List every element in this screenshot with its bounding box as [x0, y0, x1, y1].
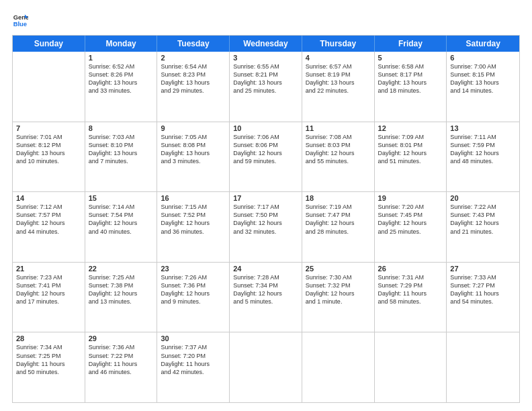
day-number: 20: [450, 194, 516, 202]
cell-info-line: Sunset: 7:27 PM: [450, 281, 516, 289]
cell-info-line: Daylight: 12 hours: [450, 219, 516, 227]
cell-info-line: Sunset: 7:50 PM: [233, 211, 298, 219]
day-number: 11: [306, 124, 371, 132]
cell-info-line: and 33 minutes.: [89, 87, 154, 95]
calendar-row-3: 14Sunrise: 7:12 AMSunset: 7:57 PMDayligh…: [13, 192, 519, 263]
cell-info-line: and 29 minutes.: [161, 87, 226, 95]
cell-info-line: Daylight: 12 hours: [233, 219, 298, 227]
cell-info-line: Sunset: 7:32 PM: [306, 281, 371, 289]
calendar-cell-r5-c3: 30Sunrise: 7:37 AMSunset: 7:20 PMDayligh…: [157, 332, 230, 402]
cell-info-line: Sunrise: 7:30 AM: [306, 273, 371, 281]
cell-info-line: Sunset: 7:25 PM: [16, 352, 81, 360]
cell-info-line: and 54 minutes.: [450, 298, 516, 306]
cell-info-line: Sunset: 8:23 PM: [161, 71, 226, 79]
calendar-cell-r5-c6: [375, 332, 447, 402]
cell-info-line: Daylight: 13 hours: [450, 79, 516, 87]
cell-info-line: and 18 minutes.: [378, 87, 443, 95]
calendar-row-1: 1Sunrise: 6:52 AMSunset: 8:26 PMDaylight…: [13, 52, 519, 122]
svg-text:Blue: Blue: [13, 20, 27, 28]
cell-info-line: and 51 minutes.: [378, 157, 443, 165]
cell-info-line: Daylight: 11 hours: [89, 360, 154, 368]
day-number: 24: [233, 265, 298, 273]
calendar-cell-r5-c1: 28Sunrise: 7:34 AMSunset: 7:25 PMDayligh…: [13, 332, 85, 402]
cell-info-line: Sunset: 8:17 PM: [378, 71, 443, 79]
day-number: 26: [378, 265, 443, 273]
cell-info-line: Sunset: 7:47 PM: [306, 211, 371, 219]
cell-info-line: Sunrise: 7:23 AM: [16, 273, 81, 281]
day-number: 2: [161, 54, 226, 62]
calendar-cell-r1-c2: 1Sunrise: 6:52 AMSunset: 8:26 PMDaylight…: [85, 52, 158, 122]
cell-info-line: Sunset: 7:59 PM: [450, 141, 516, 149]
cell-info-line: Sunset: 8:12 PM: [16, 141, 81, 149]
cell-info-line: Sunrise: 7:12 AM: [16, 203, 81, 211]
day-number: 19: [378, 194, 443, 202]
cell-info-line: Daylight: 13 hours: [306, 79, 371, 87]
cell-info-line: and 46 minutes.: [89, 368, 154, 376]
cell-info-line: and 36 minutes.: [161, 228, 226, 236]
cell-info-line: Sunset: 8:06 PM: [233, 141, 298, 149]
cell-info-line: and 1 minute.: [306, 298, 371, 306]
cell-info-line: Sunrise: 7:11 AM: [450, 133, 516, 141]
weekday-tuesday: Tuesday: [157, 36, 230, 52]
cell-info-line: and 21 minutes.: [450, 228, 516, 236]
cell-info-line: Sunrise: 7:36 AM: [89, 343, 154, 351]
day-number: 16: [161, 194, 226, 202]
day-number: 10: [233, 124, 298, 132]
calendar-row-4: 21Sunrise: 7:23 AMSunset: 7:41 PMDayligh…: [13, 263, 519, 333]
cell-info-line: Sunrise: 7:09 AM: [378, 133, 443, 141]
cell-info-line: Sunset: 8:10 PM: [89, 141, 154, 149]
cell-info-line: and 59 minutes.: [233, 157, 298, 165]
cell-info-line: Sunset: 8:21 PM: [233, 71, 298, 79]
cell-info-line: Sunrise: 7:28 AM: [233, 273, 298, 281]
cell-info-line: and 3 minutes.: [161, 157, 226, 165]
cell-info-line: Sunrise: 7:06 AM: [233, 133, 298, 141]
cell-info-line: and 25 minutes.: [233, 87, 298, 95]
calendar-cell-r3-c5: 18Sunrise: 7:19 AMSunset: 7:47 PMDayligh…: [302, 192, 375, 262]
calendar-cell-r5-c4: [230, 332, 302, 402]
calendar-cell-r2-c1: 7Sunrise: 7:01 AMSunset: 8:12 PMDaylight…: [13, 122, 85, 192]
cell-info-line: and 22 minutes.: [306, 87, 371, 95]
cell-info-line: and 50 minutes.: [16, 368, 81, 376]
cell-info-line: and 48 minutes.: [450, 157, 516, 165]
calendar-cell-r5-c5: [302, 332, 375, 402]
cell-info-line: and 25 minutes.: [378, 228, 443, 236]
cell-info-line: Daylight: 13 hours: [16, 149, 81, 157]
cell-info-line: Sunrise: 7:17 AM: [233, 203, 298, 211]
day-number: 3: [233, 54, 298, 62]
calendar-cell-r3-c6: 19Sunrise: 7:20 AMSunset: 7:45 PMDayligh…: [375, 192, 447, 262]
cell-info-line: Daylight: 12 hours: [306, 289, 371, 298]
cell-info-line: Daylight: 12 hours: [378, 219, 443, 227]
cell-info-line: Sunrise: 7:00 AM: [450, 62, 516, 71]
cell-info-line: Daylight: 12 hours: [233, 149, 298, 157]
cell-info-line: Sunrise: 7:14 AM: [89, 203, 154, 211]
logo: General Blue: [12, 12, 31, 28]
cell-info-line: Daylight: 13 hours: [89, 149, 154, 157]
cell-info-line: Sunset: 8:01 PM: [378, 141, 443, 149]
calendar-cell-r1-c3: 2Sunrise: 6:54 AMSunset: 8:23 PMDaylight…: [157, 52, 230, 122]
cell-info-line: and 58 minutes.: [378, 298, 443, 306]
weekday-saturday: Saturday: [447, 36, 519, 52]
calendar-cell-r3-c2: 15Sunrise: 7:14 AMSunset: 7:54 PMDayligh…: [85, 192, 158, 262]
day-number: 9: [161, 124, 226, 132]
cell-info-line: and 10 minutes.: [16, 157, 81, 165]
cell-info-line: Daylight: 11 hours: [450, 289, 516, 298]
calendar-cell-r1-c1: [13, 52, 85, 122]
cell-info-line: Sunrise: 7:19 AM: [306, 203, 371, 211]
cell-info-line: Sunrise: 6:55 AM: [233, 62, 298, 71]
cell-info-line: Sunset: 7:38 PM: [89, 281, 154, 289]
calendar-cell-r1-c7: 6Sunrise: 7:00 AMSunset: 8:15 PMDaylight…: [447, 52, 519, 122]
calendar-cell-r3-c4: 17Sunrise: 7:17 AMSunset: 7:50 PMDayligh…: [230, 192, 302, 262]
calendar-row-5: 28Sunrise: 7:34 AMSunset: 7:25 PMDayligh…: [13, 332, 519, 402]
cell-info-line: and 7 minutes.: [89, 157, 154, 165]
day-number: 29: [89, 334, 154, 342]
day-number: 27: [450, 265, 516, 273]
cell-info-line: Sunset: 7:22 PM: [89, 352, 154, 360]
cell-info-line: Sunrise: 7:01 AM: [16, 133, 81, 141]
cell-info-line: Daylight: 11 hours: [378, 289, 443, 298]
day-number: 14: [16, 194, 81, 202]
calendar-cell-r4-c1: 21Sunrise: 7:23 AMSunset: 7:41 PMDayligh…: [13, 263, 85, 332]
cell-info-line: Sunset: 7:57 PM: [16, 211, 81, 219]
day-number: 21: [16, 265, 81, 273]
calendar-cell-r2-c7: 13Sunrise: 7:11 AMSunset: 7:59 PMDayligh…: [447, 122, 519, 192]
cell-info-line: Daylight: 12 hours: [306, 149, 371, 157]
